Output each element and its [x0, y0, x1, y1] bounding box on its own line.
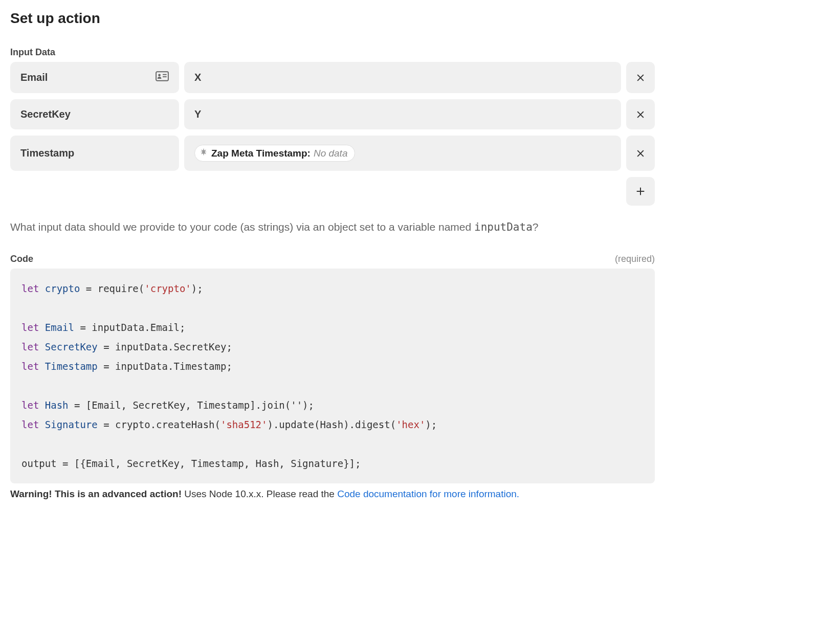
input-value-field[interactable]: Zap Meta Timestamp: No data	[184, 136, 621, 171]
input-key-field[interactable]: SecretKey	[10, 99, 179, 129]
input-key-label: Email	[20, 72, 48, 83]
code-docs-link[interactable]: Code documentation for more information.	[337, 488, 519, 499]
zap-icon	[199, 147, 208, 159]
pill-nodata: No data	[314, 148, 348, 159]
helper-text: What input data should we provide to you…	[10, 221, 655, 233]
svg-point-1	[158, 74, 161, 76]
code-label: Code	[10, 254, 33, 264]
input-key-label: SecretKey	[20, 108, 71, 120]
remove-input-button[interactable]	[626, 62, 655, 93]
required-label: (required)	[615, 254, 655, 264]
input-value-field[interactable]: X	[184, 62, 621, 93]
svg-rect-0	[156, 72, 168, 80]
page-title: Set up action	[10, 10, 655, 27]
input-row: SecretKeyY	[10, 99, 655, 129]
mapped-field-pill[interactable]: Zap Meta Timestamp: No data	[194, 145, 355, 162]
input-key-field[interactable]: Timestamp	[10, 136, 179, 171]
remove-input-button[interactable]	[626, 99, 655, 129]
add-input-button[interactable]	[626, 177, 655, 206]
input-key-field[interactable]: Email	[10, 62, 179, 93]
input-row: TimestampZap Meta Timestamp: No data	[10, 136, 655, 171]
id-card-icon	[156, 71, 169, 84]
input-value-field[interactable]: Y	[184, 99, 621, 129]
input-data-label: Input Data	[10, 47, 655, 58]
pill-label: Zap Meta Timestamp:	[211, 148, 311, 159]
close-icon	[635, 73, 646, 83]
close-icon	[635, 109, 646, 120]
footer-warning: Warning! This is an advanced action! Use…	[10, 488, 655, 500]
input-row: EmailX	[10, 62, 655, 93]
input-key-label: Timestamp	[20, 147, 74, 159]
plus-icon	[635, 186, 646, 197]
remove-input-button[interactable]	[626, 136, 655, 171]
code-editor[interactable]: let crypto = require('crypto'); let Emai…	[10, 269, 655, 483]
close-icon	[635, 148, 646, 159]
